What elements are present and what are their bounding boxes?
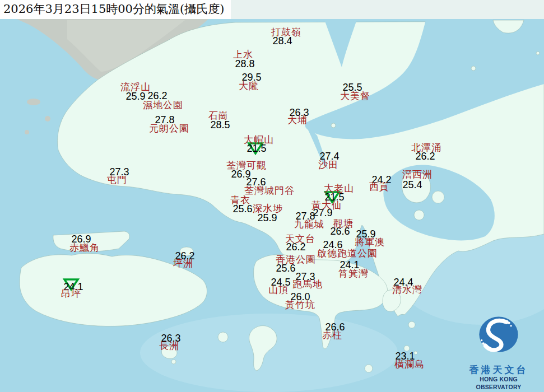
station-name: 荃灣城門谷: [244, 184, 295, 197]
station-name: 西貢: [369, 180, 389, 193]
station-name: 元朗公園: [149, 122, 189, 135]
station-name: 屯門: [107, 174, 127, 186]
station-name: 大老山: [324, 182, 354, 195]
station-name: 大帽山: [244, 133, 274, 146]
station-name: 濕地公園: [143, 99, 183, 111]
station-name: 青衣: [230, 194, 250, 207]
station-name: 大埔: [287, 114, 308, 127]
station-name: 上水: [233, 48, 253, 61]
hko-logo-icon: [472, 311, 526, 362]
station-name: 黃竹坑: [285, 298, 315, 311]
station-name: 坪洲: [173, 257, 193, 270]
station-name: 石崗: [208, 109, 229, 122]
station-name: 香港公園: [276, 253, 316, 266]
temperature-map-app: 2026年3月23日15時00分的氣溫(攝氏度) 28.4打鼓嶺28.8上水29…: [0, 0, 544, 392]
station-name: 赤鱲角: [69, 241, 100, 254]
hko-logo-name-en: HONG KONG OBSERVATORY: [457, 375, 541, 391]
map-title: 2026年3月23日15時00分的氣溫(攝氏度): [0, 0, 231, 19]
station-name: 黃大仙: [311, 199, 342, 212]
station-name: 昂坪: [61, 287, 81, 300]
station-name: 山頂: [268, 283, 289, 296]
station-name: 大美督: [340, 90, 370, 102]
station-name: 沙田: [318, 158, 338, 171]
station-name: 清水灣: [392, 283, 422, 296]
station-name: 北潭涌: [411, 141, 441, 154]
station-name: 赤柱: [322, 329, 342, 342]
station-name: 大隴: [239, 80, 259, 92]
station-name: 深水埗: [253, 202, 283, 215]
station-name: 觀塘: [333, 217, 354, 230]
station-name: 荃灣可觀: [226, 159, 267, 172]
station-name: 筲箕灣: [338, 267, 369, 280]
station-name: 啟德跑道公園: [317, 247, 378, 260]
station-name: 長洲: [159, 339, 179, 352]
station-name: 橫瀾島: [394, 358, 425, 371]
station-name: 天文台: [285, 232, 315, 245]
station-name: 跑馬地: [292, 278, 323, 291]
station-name: 流浮山: [120, 81, 151, 94]
station-name: 打鼓嶺: [271, 26, 301, 39]
station-name: 九龍城: [294, 218, 324, 231]
station-temperature: 25.4: [402, 179, 422, 191]
hko-logo: 香港天文台 HONG KONG OBSERVATORY: [457, 311, 541, 391]
station-name: 滘西洲: [402, 168, 433, 181]
hko-logo-name-zh: 香港天文台: [457, 364, 541, 375]
